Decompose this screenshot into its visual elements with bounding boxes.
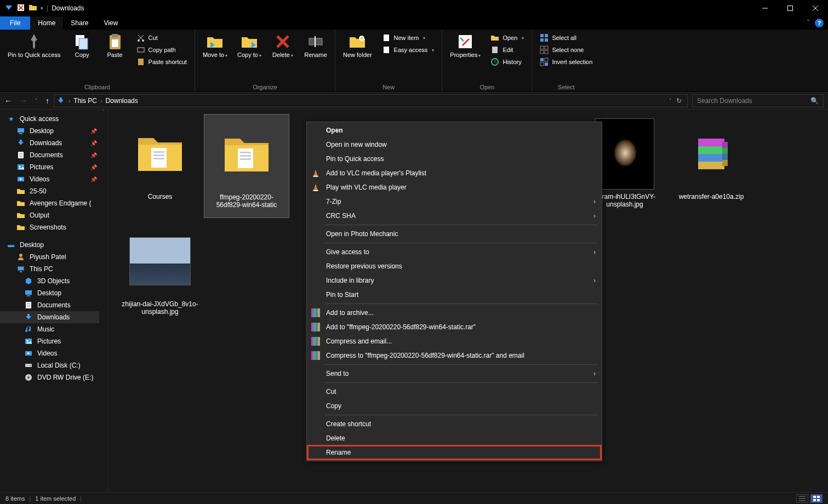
breadcrumb-dropdown-icon[interactable]: ˅ xyxy=(669,98,672,104)
copy-button[interactable]: Copy xyxy=(68,32,96,60)
sidebar-item-videos[interactable]: Videos xyxy=(0,347,108,359)
sidebar-quick-access[interactable]: ★ Quick access xyxy=(0,113,108,125)
ctx-include-library[interactable]: Include in library› xyxy=(307,273,601,288)
breadcrumb-item[interactable]: Downloads xyxy=(105,97,138,105)
select-none-button[interactable]: Select none xyxy=(538,45,595,55)
down-arrow-icon[interactable] xyxy=(4,3,13,14)
paste-shortcut-button[interactable]: Paste shortcut xyxy=(134,57,189,67)
breadcrumb-item[interactable]: This PC xyxy=(73,97,97,105)
paste-button[interactable]: Paste xyxy=(101,32,129,60)
folder-icon xyxy=(16,187,25,196)
ctx-7zip[interactable]: 7-Zip› xyxy=(307,194,601,209)
ctx-copy[interactable]: Copy xyxy=(307,399,601,413)
sidebar-item-downloads[interactable]: Downloads📌 xyxy=(0,137,108,149)
ctx-vlc-playlist[interactable]: Add to VLC media player's Playlist xyxy=(307,166,601,180)
ctx-photo-mechanic[interactable]: Open in Photo Mechanic xyxy=(307,227,601,241)
ctx-open-new-window[interactable]: Open in new window xyxy=(307,138,601,152)
sidebar-item-screenshots[interactable]: Screenshots xyxy=(0,221,108,233)
delete-button[interactable]: Delete▾ xyxy=(269,32,296,60)
easy-access-button[interactable]: Easy access▾ xyxy=(380,45,437,55)
invert-selection-button[interactable]: Invert selection xyxy=(538,57,595,67)
file-item[interactable]: ffmpeg-20200220-56df829-win64-static xyxy=(204,114,289,218)
folder-icon[interactable] xyxy=(28,3,37,14)
refresh-button[interactable]: ↻ xyxy=(676,97,682,105)
ctx-create-shortcut[interactable]: Create shortcut xyxy=(307,417,601,431)
ctx-send-to[interactable]: Send to› xyxy=(307,366,601,381)
ctx-rename[interactable]: Rename xyxy=(307,445,601,460)
sidebar-item-documents[interactable]: Documents📌 xyxy=(0,149,108,161)
minimize-button[interactable] xyxy=(752,0,778,16)
sidebar-scrollbar[interactable]: ˆ xyxy=(99,110,108,492)
move-to-button[interactable]: Move to▾ xyxy=(201,32,230,60)
sidebar-item-pictures[interactable]: Pictures xyxy=(0,335,108,347)
rename-button[interactable]: Rename xyxy=(302,32,329,60)
search-placeholder: Search Downloads xyxy=(697,97,752,105)
file-item[interactable]: Courses xyxy=(117,114,203,218)
chevron-right-icon[interactable]: › xyxy=(68,98,70,104)
ctx-compress-email[interactable]: Compress and email... xyxy=(307,334,601,348)
history-button[interactable]: History xyxy=(488,57,526,67)
ctx-give-access[interactable]: Give access to› xyxy=(307,245,601,259)
file-item[interactable]: wetransfer-a0e10a.zip xyxy=(669,114,754,218)
sidebar-item-local-disk-c-[interactable]: Local Disk (C:) xyxy=(0,359,108,371)
copy-path-button[interactable]: Copy path xyxy=(134,45,189,55)
sidebar-item-videos[interactable]: Videos📌 xyxy=(0,173,108,185)
sidebar-desktop-root[interactable]: ▬ Desktop xyxy=(0,239,108,251)
ctx-vlc-play[interactable]: Play with VLC media player xyxy=(307,180,601,194)
select-all-button[interactable]: Select all xyxy=(538,33,595,43)
properties-button[interactable]: Properties▾ xyxy=(448,32,483,60)
ctx-pin-quick-access[interactable]: Pin to Quick access xyxy=(307,152,601,166)
ctx-restore-versions[interactable]: Restore previous versions xyxy=(307,259,601,273)
svg-rect-43 xyxy=(25,290,32,295)
thumbnails-view-button[interactable] xyxy=(810,494,823,503)
desktop-icon xyxy=(16,127,25,135)
collapse-ribbon-icon[interactable]: ˆ xyxy=(807,19,809,27)
sidebar-item-this-pc[interactable]: This PC xyxy=(0,263,108,275)
tab-share[interactable]: Share xyxy=(63,16,96,30)
sidebar-item-piyush-patel[interactable]: Piyush Patel xyxy=(0,251,108,263)
tab-view[interactable]: View xyxy=(96,16,125,30)
ctx-pin-start[interactable]: Pin to Start xyxy=(307,288,601,302)
sidebar-item-output[interactable]: Output xyxy=(0,209,108,221)
ctx-compress-rar-email[interactable]: Compress to "ffmpeg-20200220-56df829-win… xyxy=(307,348,601,363)
tab-home[interactable]: Home xyxy=(30,16,63,30)
sidebar-item-dvd-rw-drive-e-[interactable]: DVD RW Drive (E:) xyxy=(0,371,108,383)
ctx-delete[interactable]: Delete xyxy=(307,431,601,445)
ctx-add-rar[interactable]: Add to "ffmpeg-20200220-56df829-win64-st… xyxy=(307,320,601,334)
sidebar-item-avengers-endgame-[interactable]: Avengers Endgame ( xyxy=(0,197,108,209)
sidebar-item-pictures[interactable]: Pictures📌 xyxy=(0,161,108,173)
sidebar-item-3d-objects[interactable]: 3D Objects xyxy=(0,275,108,287)
search-input[interactable]: Search Downloads 🔍 xyxy=(692,94,824,107)
help-icon[interactable]: ? xyxy=(815,19,824,27)
sidebar-item-music[interactable]: Music xyxy=(0,323,108,335)
file-menu[interactable]: File xyxy=(0,16,30,30)
recent-dropdown[interactable]: ˅ xyxy=(35,98,38,104)
edit-button[interactable]: Edit xyxy=(488,45,526,55)
forward-button[interactable]: → xyxy=(20,96,27,105)
properties-icon[interactable] xyxy=(16,3,25,14)
breadcrumb[interactable]: › This PC › Downloads ˅ ↻ xyxy=(54,94,688,107)
chevron-right-icon[interactable]: › xyxy=(100,98,102,104)
qat-dropdown-icon[interactable]: ▾ xyxy=(41,5,43,11)
close-button[interactable] xyxy=(803,0,828,16)
copy-to-button[interactable]: Copy to▾ xyxy=(235,32,264,60)
ctx-add-archive[interactable]: Add to archive... xyxy=(307,306,601,320)
ctx-crc-sha[interactable]: CRC SHA› xyxy=(307,209,601,223)
back-button[interactable]: ← xyxy=(4,96,12,105)
new-folder-button[interactable]: New folder xyxy=(341,32,374,60)
new-item-button[interactable]: New item▾ xyxy=(380,33,437,43)
cut-button[interactable]: Cut xyxy=(134,33,189,43)
ctx-cut[interactable]: Cut xyxy=(307,385,601,399)
open-button[interactable]: Open▾ xyxy=(488,33,526,43)
maximize-button[interactable] xyxy=(778,0,803,16)
details-view-button[interactable] xyxy=(796,494,808,503)
sidebar-item-documents[interactable]: Documents xyxy=(0,299,108,311)
sidebar-item-desktop[interactable]: Desktop xyxy=(0,287,108,299)
file-item[interactable]: zhijian-dai-JXdVGb_8v1o-unsplash.jpg xyxy=(117,221,203,325)
up-button[interactable]: ↑ xyxy=(45,96,49,105)
sidebar-item-25-50[interactable]: 25-50 xyxy=(0,185,108,197)
sidebar-item-downloads[interactable]: Downloads xyxy=(0,311,108,323)
ctx-open[interactable]: Open xyxy=(307,123,601,138)
sidebar-item-desktop[interactable]: Desktop📌 xyxy=(0,125,108,137)
pin-to-quick-access-button[interactable]: Pin to Quick access xyxy=(5,32,63,60)
